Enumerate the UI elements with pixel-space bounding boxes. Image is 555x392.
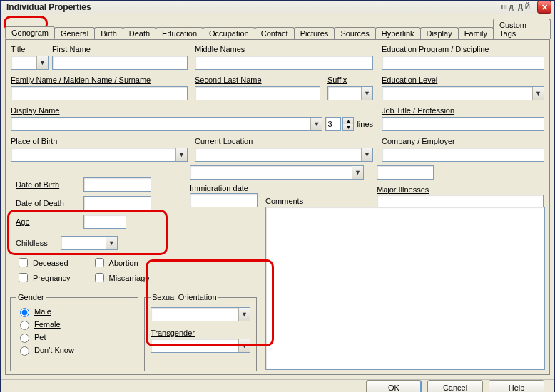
childless-select[interactable]: ▼ bbox=[61, 236, 118, 250]
immigrated-from-select[interactable]: ▼ bbox=[190, 165, 364, 180]
second-last-name-input[interactable] bbox=[195, 86, 320, 100]
comments-label: Comments bbox=[265, 197, 545, 205]
lines-suffix: lines bbox=[357, 120, 373, 128]
gender-legend: Gender bbox=[16, 293, 46, 301]
orientation-group: Sexual Orientation ▼ Transgender ▼ bbox=[144, 293, 257, 371]
suffix-label: Suffix bbox=[327, 76, 373, 84]
tab-death[interactable]: Death bbox=[123, 27, 156, 39]
tab-genogram[interactable]: Genogram bbox=[5, 26, 55, 39]
major-illnesses-label: Major Illnesses bbox=[377, 185, 544, 194]
chevron-down-icon: ▼ bbox=[532, 87, 544, 100]
comments-field: Comments bbox=[265, 197, 545, 370]
edu-program-input[interactable] bbox=[382, 56, 544, 70]
company-label: Company / Employer bbox=[382, 137, 544, 145]
immigration-date-label: Immigration date bbox=[190, 184, 364, 192]
sexual-orientation-select[interactable]: ▼ bbox=[151, 307, 250, 321]
ocr-mode-icon-2[interactable]: Д Й bbox=[516, 4, 531, 11]
gender-pet-radio[interactable]: Pet bbox=[16, 331, 132, 343]
genogram-panel: Title First Name Middle Names Education … bbox=[5, 39, 550, 375]
chevron-down-icon: ▼ bbox=[361, 87, 372, 100]
lines-value[interactable] bbox=[325, 117, 341, 131]
tab-education[interactable]: Education bbox=[156, 27, 203, 39]
dob-label: Date of Birth bbox=[16, 180, 76, 189]
form-layout: Title First Name Middle Names Education … bbox=[10, 44, 545, 176]
childless-label: Childless bbox=[16, 239, 48, 247]
family-name-label: Family Name / Maiden Name / Surname bbox=[11, 76, 188, 84]
chevron-down-icon: ▼ bbox=[238, 308, 250, 321]
edu-program-label: Education Program / Discipline bbox=[382, 45, 544, 53]
tab-sources[interactable]: Sources bbox=[334, 27, 375, 39]
tab-general[interactable]: General bbox=[54, 27, 95, 39]
tab-hyperlink[interactable]: Hyperlink bbox=[375, 27, 421, 39]
second-last-name-label: Second Last Name bbox=[195, 76, 320, 84]
window-title: Individual Properties bbox=[6, 2, 499, 12]
pregnancy-checkbox[interactable]: Pregnancy bbox=[16, 271, 71, 284]
age-input[interactable] bbox=[83, 215, 126, 229]
dob-input[interactable] bbox=[83, 177, 151, 192]
dod-input[interactable] bbox=[83, 196, 151, 210]
edu-level-select[interactable]: ▼ bbox=[382, 86, 544, 100]
ok-button[interactable]: OK bbox=[366, 380, 422, 392]
immigration-date-input[interactable] bbox=[190, 193, 258, 207]
tab-family[interactable]: Family bbox=[458, 27, 494, 39]
middle-names-input[interactable] bbox=[195, 56, 373, 70]
dialog-buttons: OK Cancel Help bbox=[1, 379, 554, 392]
dialog-window: Individual Properties ш д Д Й ✕ Genogram… bbox=[0, 0, 555, 392]
gender-female-radio[interactable]: Female bbox=[16, 319, 132, 330]
miscarriage-checkbox[interactable]: Miscarriage bbox=[92, 271, 150, 284]
suffix-select[interactable]: ▼ bbox=[327, 86, 373, 100]
tab-pictures[interactable]: Pictures bbox=[294, 27, 335, 39]
deceased-checkbox[interactable]: Deceased bbox=[16, 256, 71, 269]
job-title-input[interactable] bbox=[382, 117, 544, 131]
chevron-down-icon: ▼ bbox=[36, 56, 48, 69]
help-button[interactable]: Help bbox=[489, 380, 544, 392]
abortion-checkbox[interactable]: Abortion bbox=[92, 256, 150, 269]
display-name-select[interactable]: ▼ bbox=[11, 117, 322, 131]
ocr-mode-icon[interactable]: ш д bbox=[499, 4, 514, 11]
titlebar-controls: ш д Д Й ✕ bbox=[499, 1, 551, 14]
first-name-input[interactable] bbox=[52, 56, 188, 70]
edu-level-label: Education Level bbox=[382, 76, 544, 84]
title-label: Title bbox=[11, 45, 51, 53]
middle-names-label: Middle Names bbox=[195, 45, 373, 53]
gender-male-radio[interactable]: Male bbox=[16, 306, 132, 317]
company-input[interactable] bbox=[382, 148, 544, 162]
family-name-input[interactable] bbox=[11, 86, 188, 100]
tab-birth[interactable]: Birth bbox=[94, 27, 123, 39]
transgender-label: Transgender bbox=[151, 329, 250, 337]
close-button[interactable]: ✕ bbox=[537, 1, 551, 14]
gender-group: Gender Male Female Pet Don't Know bbox=[10, 293, 138, 371]
age-label: Age bbox=[16, 217, 76, 226]
chevron-down-icon: ▼ bbox=[175, 148, 187, 161]
place-of-birth-label: Place of Birth bbox=[11, 137, 188, 145]
comments-textarea[interactable] bbox=[265, 207, 545, 370]
spinner-arrows[interactable]: ▲▼ bbox=[342, 117, 354, 131]
place-of-birth-select[interactable]: ▼ bbox=[11, 148, 188, 162]
first-name-label: First Name bbox=[52, 45, 188, 53]
cancel-button[interactable]: Cancel bbox=[427, 380, 483, 392]
chevron-down-icon: ▼ bbox=[310, 118, 322, 130]
tab-strip: Genogram General Birth Death Education O… bbox=[1, 14, 554, 39]
gender-dontknow-radio[interactable]: Don't Know bbox=[16, 344, 132, 356]
display-name-label: Display Name bbox=[11, 106, 373, 115]
chevron-down-icon: ▼ bbox=[343, 124, 353, 130]
transgender-select[interactable]: ▼ bbox=[151, 339, 250, 353]
current-location-select[interactable]: ▼ bbox=[195, 148, 373, 162]
tab-occupation[interactable]: Occupation bbox=[203, 27, 255, 39]
lines-spinner[interactable]: ▲▼ bbox=[325, 117, 354, 131]
title-bar: Individual Properties ш д Д Й ✕ bbox=[1, 1, 554, 14]
tab-custom-tags[interactable]: Custom Tags bbox=[493, 19, 551, 39]
sexual-orientation-legend: Sexual Orientation bbox=[151, 293, 218, 301]
current-location-label: Current Location bbox=[195, 137, 373, 145]
tab-contact[interactable]: Contact bbox=[255, 27, 295, 39]
chevron-down-icon: ▼ bbox=[106, 237, 117, 249]
chevron-down-icon: ▼ bbox=[352, 166, 363, 179]
income-input[interactable] bbox=[377, 165, 434, 180]
chevron-up-icon: ▲ bbox=[343, 118, 353, 124]
job-title-label: Job Title / Profession bbox=[382, 106, 544, 115]
tab-display[interactable]: Display bbox=[420, 27, 459, 39]
dod-label: Date of Death bbox=[16, 199, 76, 207]
chevron-down-icon: ▼ bbox=[238, 339, 250, 352]
chevron-down-icon: ▼ bbox=[361, 148, 372, 161]
title-select[interactable]: ▼ bbox=[11, 56, 49, 70]
